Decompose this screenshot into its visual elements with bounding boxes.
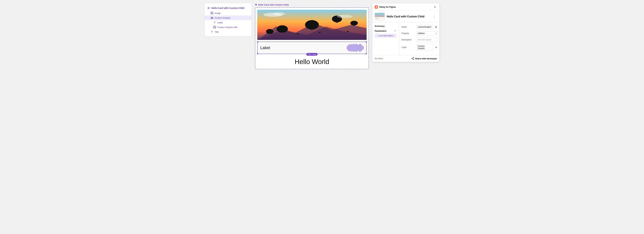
summary-title: Summary [375, 25, 397, 27]
tree-item-customgraphicstill[interactable]: Custom Graphic Still [204, 25, 252, 30]
svg-rect-11 [211, 18, 211, 19]
close-button[interactable]: ✕ [433, 5, 437, 9]
svg-point-35 [273, 12, 286, 16]
parameters-header: Parameters + [375, 29, 397, 32]
svg-point-37 [414, 58, 414, 58]
size-badge: 216 × Hug [306, 53, 318, 56]
handle-br[interactable] [366, 53, 367, 54]
parameters-label: Parameters [375, 30, 386, 32]
svg-point-32 [319, 32, 321, 33]
graphic-section: Label [257, 42, 366, 54]
card-thumbnail-bottom: Hello World [375, 17, 384, 20]
waveform [347, 44, 364, 52]
canvas-title-diamond-icon: ❖ [255, 3, 257, 6]
svg-line-41 [412, 59, 414, 59]
image-label: Image [215, 12, 221, 14]
svg-rect-28 [336, 22, 338, 23]
grid-icon [207, 7, 210, 10]
svg-rect-24 [281, 32, 283, 33]
description-label: Description [402, 38, 415, 41]
middle-panel: ❖ Hello Card with Custom Child [255, 3, 369, 69]
svg-point-33 [347, 31, 349, 32]
param-item[interactable]: ↳ customGraphic [375, 34, 397, 38]
label-label: Label [217, 21, 223, 24]
param-name: customGraphic [378, 34, 394, 37]
handle-tr[interactable] [366, 41, 367, 42]
bar-chart-icon [211, 16, 213, 19]
share-icon [412, 57, 414, 60]
svg-point-38 [414, 59, 414, 60]
panel-body: Summary Parameters + ↳ customGraphic Nam… [372, 22, 440, 55]
card-panel-title: Hello Card with Custom Child [387, 15, 430, 18]
tree-item-image[interactable]: Image [204, 11, 252, 16]
text-icon [213, 21, 216, 24]
svg-line-40 [412, 58, 414, 58]
hello-world-section: 216 × Hug Hello World [257, 55, 366, 67]
canvas-area: Label [255, 8, 369, 69]
svg-point-39 [412, 58, 412, 59]
description-field-row: Description Add description [402, 38, 438, 42]
handle-bl[interactable] [257, 53, 258, 54]
trash-button[interactable]: 🗑 [434, 25, 438, 29]
svg-point-5 [209, 8, 210, 8]
svg-point-3 [208, 8, 208, 8]
tree-item-root[interactable]: Hello Card with Custom Child [204, 5, 252, 11]
svg-point-23 [276, 25, 288, 33]
tree-item-customgraphic[interactable]: Custom Graphic [204, 16, 252, 20]
graphic-label: Label [260, 46, 270, 50]
svg-point-31 [297, 34, 299, 34]
relay-logo: Relay for Figma [375, 5, 396, 9]
summary-section: Summary Parameters + ↳ customGraphic [372, 22, 399, 55]
app-name: Relay for Figma [379, 6, 396, 8]
tree-item-title[interactable]: Title [204, 30, 252, 34]
description-value[interactable]: Add description [416, 38, 438, 42]
image-icon [211, 12, 213, 14]
left-panel: Hello Card with Custom Child Image [204, 3, 252, 36]
svg-point-36 [337, 15, 352, 18]
layer-value[interactable]: Custom Graphic [416, 44, 433, 50]
target-button[interactable]: ⊕ [434, 46, 438, 49]
svg-rect-15 [213, 18, 213, 19]
canvas-title-text: Hello Card with Custom Child [258, 4, 289, 6]
root-label: Hello Card with Custom Child [211, 7, 244, 10]
property-label: Property [402, 32, 415, 34]
title-text-icon [211, 30, 213, 33]
svg-point-1 [208, 7, 209, 8]
no-errors-text: No errors [375, 57, 383, 60]
svg-rect-12 [211, 17, 212, 19]
tree-item-label[interactable]: Label [204, 20, 252, 25]
property-field-row: Property children ▾ [402, 31, 438, 36]
name-field-row: Name customGraphic 🗑 [402, 25, 438, 29]
share-button[interactable]: Share with developer [412, 57, 437, 60]
svg-point-6 [208, 8, 208, 9]
svg-point-4 [208, 8, 209, 8]
relay-header: Relay for Figma ✕ [372, 3, 440, 11]
right-panel: Relay for Figma ✕ Hello World Hello Card… [372, 3, 440, 62]
handle-tl[interactable] [257, 41, 258, 42]
svg-point-7 [208, 8, 209, 9]
svg-rect-26 [269, 34, 271, 34]
svg-point-25 [266, 29, 274, 34]
more-options-button[interactable]: ⋮ [432, 14, 437, 19]
svg-point-8 [209, 8, 210, 9]
add-parameter-button[interactable]: + [394, 29, 397, 32]
name-value[interactable]: customGraphic [416, 25, 433, 29]
customgraphic-label: Custom Graphic [215, 16, 230, 19]
canvas-title: ❖ Hello Card with Custom Child [255, 3, 369, 6]
share-label: Share with developer [415, 57, 437, 60]
property-value: children [418, 32, 425, 34]
svg-point-21 [305, 20, 319, 30]
card-thumbnail: Hello World [375, 13, 385, 20]
layer-field-row: Layer Custom Graphic ⊕ [402, 44, 438, 50]
param-arrow-icon: ↳ [376, 35, 377, 37]
customgraphicstill-label: Custom Graphic Still [217, 26, 237, 28]
panel-footer: No errors Share with developer [372, 55, 440, 62]
property-select[interactable]: children ▾ [416, 31, 438, 36]
chevron-down-icon: ▾ [436, 32, 436, 34]
svg-point-0 [208, 7, 208, 8]
hello-world-text: Hello World [257, 55, 366, 67]
layer-label: Layer [402, 46, 415, 48]
relay-logo-icon [375, 5, 378, 9]
name-label: Name [402, 26, 415, 28]
card-image [257, 10, 366, 40]
